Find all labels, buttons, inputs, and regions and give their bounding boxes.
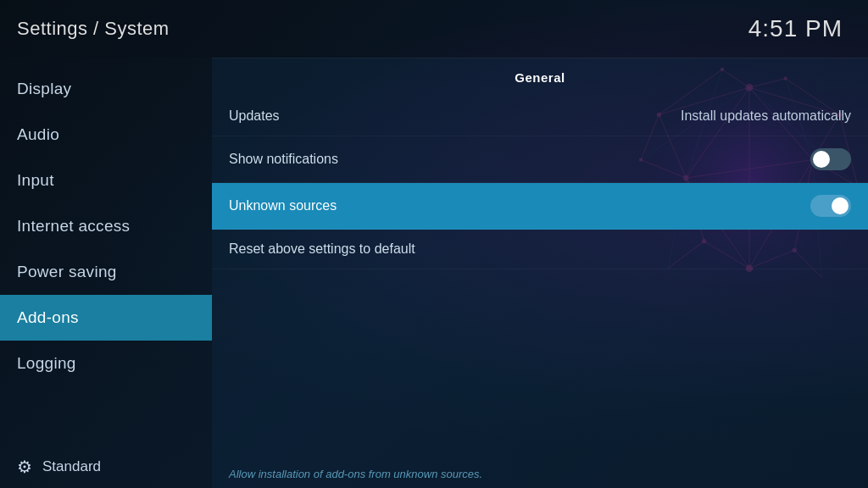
sidebar-item-display[interactable]: Display	[0, 66, 212, 112]
sidebar-item-logging[interactable]: Logging	[0, 341, 212, 386]
settings-list: Updates Install updates automatically Sh…	[212, 97, 868, 458]
sidebar-item-add-ons[interactable]: Add-ons	[0, 295, 212, 341]
sidebar-item-input[interactable]: Input	[0, 158, 212, 203]
setting-row-reset[interactable]: Reset above settings to default	[212, 230, 868, 269]
setting-label-reset: Reset above settings to default	[229, 241, 415, 257]
sidebar-item-audio[interactable]: Audio	[0, 112, 212, 158]
setting-label-unknown-sources: Unknown sources	[229, 198, 337, 214]
profile-label: Standard	[42, 458, 101, 475]
setting-value-updates: Install updates automatically	[681, 108, 851, 124]
toggle-knob-notifications	[813, 151, 830, 168]
toggle-unknown-sources[interactable]	[810, 195, 851, 217]
sidebar: Display Audio Input Internet access Powe…	[0, 58, 212, 488]
setting-label-updates: Updates	[229, 108, 280, 124]
setting-row-notifications[interactable]: Show notifications	[212, 136, 868, 183]
toggle-knob-unknown-sources	[832, 197, 849, 214]
sidebar-footer[interactable]: ⚙ Standard	[0, 443, 212, 488]
clock: 4:51 PM	[748, 15, 843, 42]
sidebar-item-internet-access[interactable]: Internet access	[0, 203, 212, 249]
setting-label-notifications: Show notifications	[229, 152, 338, 167]
header: Settings / System 4:51 PM	[0, 0, 868, 58]
section-header: General	[212, 58, 868, 97]
layout: Display Audio Input Internet access Powe…	[0, 58, 868, 488]
main-content: General Updates Install updates automati…	[212, 58, 868, 488]
toggle-notifications[interactable]	[810, 148, 851, 170]
sidebar-item-power-saving[interactable]: Power saving	[0, 249, 212, 295]
footer-hint: Allow installation of add-ons from unkno…	[212, 458, 868, 488]
gear-icon: ⚙	[17, 457, 32, 477]
setting-row-unknown-sources[interactable]: Unknown sources	[212, 183, 868, 230]
setting-row-updates[interactable]: Updates Install updates automatically	[212, 97, 868, 136]
page-title: Settings / System	[17, 18, 170, 40]
